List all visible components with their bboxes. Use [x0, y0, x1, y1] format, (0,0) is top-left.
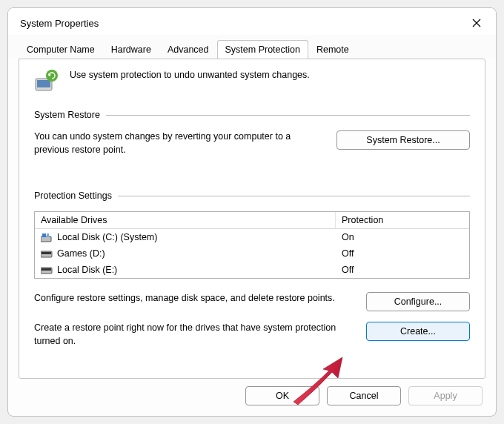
tab-system-protection[interactable]: System Protection [217, 40, 308, 59]
svg-rect-7 [42, 252, 51, 254]
drive-protection-cell: On [336, 231, 469, 244]
system-restore-title: System Restore [34, 110, 100, 120]
table-row[interactable]: Local Disk (E:)Off [35, 262, 469, 278]
drive-name-label: Local Disk (E:) [57, 265, 117, 275]
tab-hardware[interactable]: Hardware [103, 40, 159, 59]
drive-name-cell: Local Disk (C:) (System) [35, 231, 336, 244]
tab-computer-name[interactable]: Computer Name [19, 40, 103, 59]
drive-name-label: Local Disk (C:) (System) [57, 232, 157, 242]
svg-rect-3 [41, 236, 51, 242]
ok-button[interactable]: OK [245, 386, 319, 405]
protection-settings-header: Protection Settings [34, 191, 470, 201]
system-restore-desc: You can undo system changes by reverting… [34, 130, 326, 156]
disk-icon [41, 250, 53, 257]
svg-rect-5 [47, 233, 49, 237]
intro-row: Use system protection to undo unwanted s… [34, 68, 470, 93]
system-properties-dialog: System Properties Computer Name Hardware… [7, 7, 497, 417]
divider [106, 115, 470, 116]
system-restore-row: You can undo system changes by reverting… [34, 130, 470, 156]
create-row: Create a restore point right now for the… [34, 322, 470, 348]
tab-panel: Use system protection to undo unwanted s… [19, 59, 485, 379]
close-button[interactable] [466, 14, 487, 32]
configure-desc: Configure restore settings, manage disk … [34, 292, 356, 305]
divider [118, 196, 470, 196]
create-button[interactable]: Create... [366, 322, 470, 341]
system-restore-header: System Restore [34, 110, 470, 120]
drives-table: Available Drives Protection Local Disk (… [34, 211, 470, 279]
table-row[interactable]: Games (D:)Off [35, 245, 469, 262]
system-restore-button[interactable]: System Restore... [336, 130, 470, 150]
drive-name-cell: Local Disk (E:) [35, 263, 336, 276]
disk-icon [41, 266, 53, 274]
drive-name-label: Games (D:) [57, 248, 105, 259]
drive-protection-cell: Off [336, 247, 469, 260]
system-disk-icon [41, 233, 53, 241]
col-header-protection[interactable]: Protection [336, 212, 469, 228]
tab-remote[interactable]: Remote [308, 40, 357, 59]
intro-text: Use system protection to undo unwanted s… [70, 68, 310, 80]
drives-table-header: Available Drives Protection [35, 212, 469, 229]
col-header-drives[interactable]: Available Drives [35, 212, 336, 228]
create-desc: Create a restore point right now for the… [34, 322, 356, 348]
table-row[interactable]: Local Disk (C:) (System)On [35, 229, 469, 245]
tab-advanced[interactable]: Advanced [159, 40, 217, 59]
dialog-buttons: OK Cancel Apply [8, 386, 496, 416]
configure-row: Configure restore settings, manage disk … [34, 292, 470, 311]
configure-button[interactable]: Configure... [366, 292, 470, 311]
drive-name-cell: Games (D:) [35, 247, 336, 260]
svg-rect-4 [42, 233, 46, 237]
drive-protection-cell: Off [336, 263, 469, 276]
protection-settings-title: Protection Settings [34, 191, 112, 201]
tab-strip: Computer Name Hardware Advanced System P… [8, 35, 496, 59]
svg-rect-1 [37, 80, 50, 87]
cancel-button[interactable]: Cancel [327, 386, 401, 405]
close-icon [472, 19, 481, 27]
titlebar: System Properties [8, 8, 496, 35]
system-protection-icon [34, 68, 59, 93]
apply-button[interactable]: Apply [408, 386, 483, 405]
svg-point-2 [46, 70, 58, 82]
window-title: System Properties [20, 18, 99, 29]
svg-rect-9 [42, 268, 51, 271]
